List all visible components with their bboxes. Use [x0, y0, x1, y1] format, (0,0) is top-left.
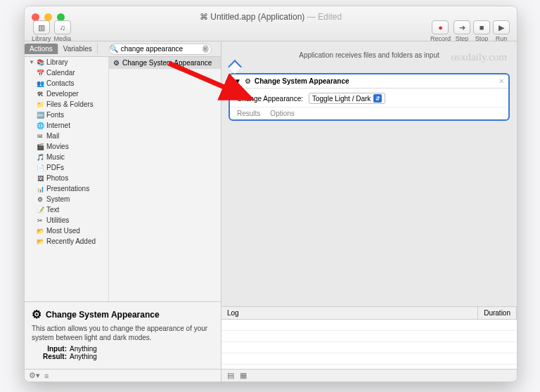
tree-item[interactable]: 📂Recently Added [25, 236, 108, 247]
titlebar: ⌘ Untitled.app (Application) — Edited ▥L… [25, 6, 517, 41]
tab-variables[interactable]: Variables [58, 44, 98, 54]
action-card[interactable]: ▼ ⚙ Change System Appearance ✕ Change Ap… [229, 73, 510, 121]
media-toolbar-button[interactable]: ♫Media [54, 20, 72, 42]
tree-item[interactable]: 🎬Movies [25, 141, 108, 152]
result-row[interactable]: ⚙ Change System Appearance [109, 57, 221, 70]
desc-title: Change System Appearance [46, 310, 160, 320]
gear-icon[interactable]: ⚙▾ [29, 371, 40, 380]
stop-button[interactable]: ■Stop [473, 20, 490, 42]
tree-item[interactable]: 📝Text [25, 204, 108, 215]
record-button[interactable]: ●Record [430, 20, 451, 42]
close-icon[interactable]: ✕ [499, 77, 504, 85]
view-icon[interactable]: ≡ [44, 372, 49, 380]
doc-icon: ⌘ [200, 12, 208, 22]
edited-label: — Edited [307, 12, 342, 22]
tree-item[interactable]: ✂Utilities [25, 215, 108, 226]
tree-item[interactable]: 📂Most Used [25, 226, 108, 236]
step-button[interactable]: ➔Step [454, 20, 470, 42]
description-pane: ⚙Change System Appearance This action al… [25, 301, 221, 369]
log-col[interactable]: Log [221, 307, 478, 319]
tree-item[interactable]: 🎵Music [25, 152, 108, 162]
tree-item[interactable]: 🛠Developer [25, 89, 108, 99]
variables-icon[interactable]: ▦ [240, 371, 247, 380]
tree-item[interactable]: 🔤Fonts [25, 110, 108, 120]
workflow-area[interactable]: Application receives files and folders a… [221, 41, 517, 381]
tree-item[interactable]: ✉Mail [25, 131, 108, 141]
automator-window: ⌘ Untitled.app (Application) — Edited ▥L… [24, 6, 518, 382]
sidebar-statusbar: ⚙▾ ≡ [25, 369, 221, 381]
input-hint: Application receives files and folders a… [221, 41, 517, 73]
gear-icon: ⚙ [245, 77, 251, 85]
desc-body: This action allows you to change the app… [32, 324, 214, 342]
result-label: Change System Appearance [122, 59, 212, 67]
doc-name: Untitled.app (Application) [210, 12, 304, 22]
param-label: Change Appearance: [237, 95, 303, 103]
gear-icon: ⚙ [32, 308, 41, 321]
clear-icon[interactable]: ✕ [202, 45, 209, 53]
sidebar: Actions Variables 🔍 ✕ ▼📚Library📅Calendar… [25, 41, 221, 381]
options-tab[interactable]: Options [270, 110, 294, 117]
search-input[interactable] [109, 44, 212, 55]
library-tree[interactable]: ▼📚Library📅Calendar👥Contacts🛠Developer📁Fi… [25, 57, 109, 301]
log-icon[interactable]: ▤ [227, 371, 234, 380]
main-statusbar: ▤ ▦ [221, 369, 517, 381]
tree-item[interactable]: 📄PDFs [25, 162, 108, 173]
tab-actions[interactable]: Actions [25, 44, 58, 54]
tree-item[interactable]: 📅Calendar [25, 67, 108, 78]
results-tab[interactable]: Results [237, 110, 260, 117]
tree-item[interactable]: ▼📚Library [25, 57, 108, 67]
tree-item[interactable]: 🖼Photos [25, 173, 108, 183]
select-value: Toggle Light / Dark [312, 95, 371, 103]
library-toolbar-button[interactable]: ▥Library [32, 20, 51, 42]
log-pane: Log Duration [221, 306, 517, 369]
duration-col[interactable]: Duration [478, 307, 517, 319]
tree-item[interactable]: 📊Presentations [25, 183, 108, 194]
gear-icon: ⚙ [113, 59, 120, 67]
chevron-updown-icon: ⇵ [373, 94, 382, 103]
tree-item[interactable]: 🌐Internet [25, 120, 108, 131]
results-column: ⚙ Change System Appearance [109, 57, 221, 301]
search-icon: 🔍 [110, 45, 118, 53]
watermark: osxdaily.com [451, 51, 507, 63]
tree-item[interactable]: ⚙System [25, 194, 108, 204]
run-button[interactable]: ▶Run [493, 20, 510, 42]
tree-item[interactable]: 👥Contacts [25, 78, 108, 89]
tree-item[interactable]: 📁Files & Folders [25, 99, 108, 110]
appearance-select[interactable]: Toggle Light / Dark ⇵ [309, 93, 385, 104]
search-field[interactable]: 🔍 ✕ [98, 44, 221, 55]
action-title: Change System Appearance [255, 77, 349, 85]
disclosure-icon[interactable]: ▼ [234, 77, 241, 85]
